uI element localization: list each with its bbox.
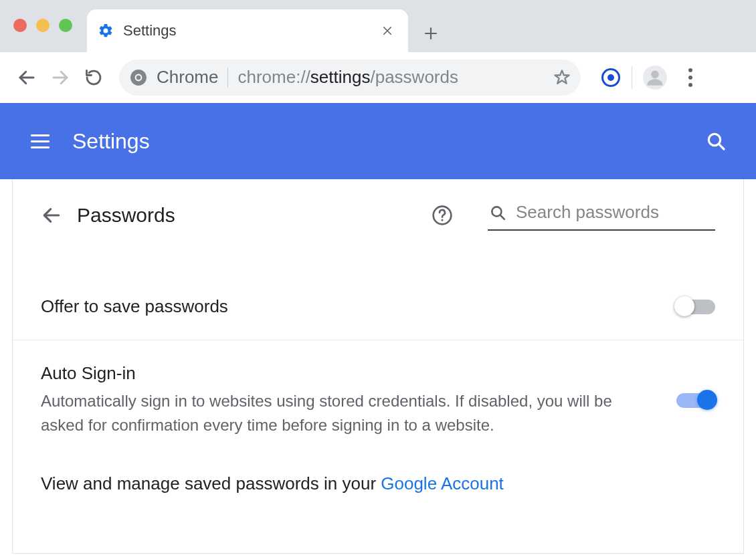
offer-save-row: Offer to save passwords	[13, 273, 743, 340]
extension-1password-icon[interactable]	[601, 68, 621, 88]
auto-signin-title: Auto Sign-in	[41, 363, 660, 384]
link-row-prefix: View and manage saved passwords in your	[41, 473, 381, 493]
page-title: Passwords	[77, 204, 175, 227]
page-header: Passwords	[13, 179, 743, 247]
url-text: chrome://settings/passwords	[238, 67, 458, 88]
settings-content: Passwords Offer to save passwords Auto S…	[0, 179, 756, 554]
window-zoom-button[interactable]	[59, 19, 72, 32]
address-bar[interactable]: Chrome chrome://settings/passwords	[119, 60, 581, 96]
reload-button[interactable]	[79, 63, 108, 92]
search-passwords-field[interactable]	[488, 199, 715, 231]
profile-avatar[interactable]	[643, 66, 667, 90]
svg-point-2	[136, 75, 141, 80]
forward-button[interactable]	[45, 63, 75, 92]
google-account-link-row: View and manage saved passwords in your …	[13, 460, 743, 517]
window-close-button[interactable]	[13, 19, 27, 32]
new-tab-button[interactable]	[423, 25, 439, 52]
search-passwords-input[interactable]	[516, 202, 714, 223]
settings-app-bar: Settings	[0, 103, 756, 179]
close-icon[interactable]	[377, 25, 397, 37]
divider	[632, 66, 632, 89]
window-minimize-button[interactable]	[36, 19, 50, 32]
bookmark-star-icon[interactable]	[553, 68, 571, 87]
gear-icon	[98, 23, 114, 39]
back-button[interactable]	[12, 63, 41, 92]
offer-save-title: Offer to save passwords	[41, 296, 660, 317]
settings-search-icon[interactable]	[705, 130, 727, 152]
passwords-card: Passwords Offer to save passwords Auto S…	[12, 179, 744, 554]
url-path: /passwords	[370, 67, 458, 88]
auto-signin-toggle[interactable]	[676, 393, 715, 408]
url-prefix: chrome://	[238, 67, 310, 88]
search-icon	[489, 204, 506, 221]
tab-title: Settings	[123, 22, 368, 39]
window-controls	[13, 19, 72, 52]
tab-strip: Settings	[0, 0, 756, 52]
divider	[227, 68, 228, 88]
url-scheme-label: Chrome	[157, 67, 218, 88]
back-arrow-icon[interactable]	[41, 205, 62, 226]
url-host: settings	[310, 67, 371, 88]
browser-tab[interactable]: Settings	[87, 9, 408, 52]
svg-point-6	[442, 219, 444, 221]
browser-toolbar: Chrome chrome://settings/passwords	[0, 52, 756, 103]
offer-save-toggle[interactable]	[676, 300, 715, 314]
auto-signin-row: Auto Sign-in Automatically sign in to we…	[13, 340, 743, 460]
google-account-link[interactable]: Google Account	[381, 473, 504, 493]
settings-app-title: Settings	[72, 129, 150, 154]
chrome-logo-icon	[130, 69, 147, 86]
overflow-menu-icon[interactable]	[684, 64, 696, 91]
help-icon[interactable]	[432, 205, 453, 226]
hamburger-menu-icon[interactable]	[31, 134, 50, 148]
auto-signin-description: Automatically sign in to websites using …	[41, 389, 643, 437]
svg-point-3	[651, 70, 659, 78]
